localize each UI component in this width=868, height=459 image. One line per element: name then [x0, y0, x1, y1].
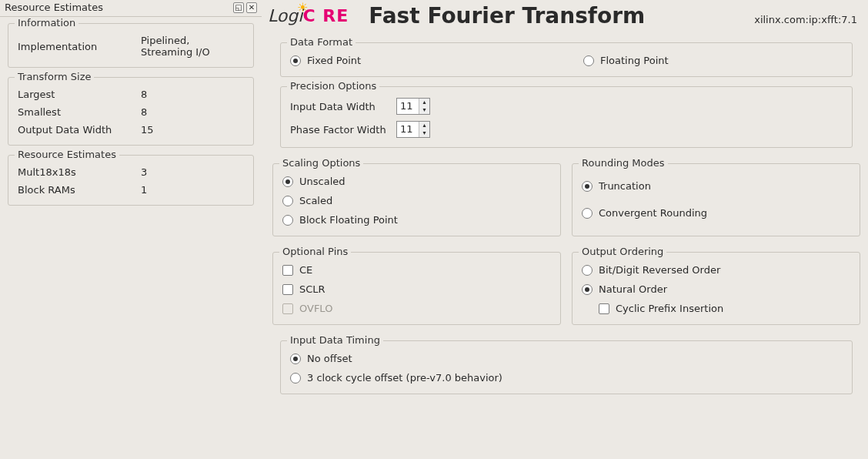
- radio-natural-order[interactable]: Natural Order: [580, 280, 852, 299]
- phase-factor-width-spinner[interactable]: 11 ▴▾: [396, 121, 430, 138]
- optional-pins-group: Optional Pins CE SCLR OVFLO: [272, 252, 561, 325]
- radio-icon: [582, 181, 593, 192]
- group-legend: Information: [15, 17, 78, 28]
- radio-icon: [282, 176, 293, 187]
- info-row-implementation: Implementation Pipelined, Streaming I/O: [16, 32, 245, 61]
- info-label: Implementation: [16, 32, 139, 61]
- page-title: Fast Fourier Transform: [369, 3, 754, 28]
- transform-size-group: Transform Size Largest 8 Smallest 8 Outp…: [8, 77, 254, 146]
- radio-icon: [583, 55, 594, 66]
- input-data-width-spinner[interactable]: 11 ▴▾: [396, 98, 430, 115]
- radio-no-offset[interactable]: No offset: [289, 349, 844, 368]
- radio-scaled[interactable]: Scaled: [281, 191, 553, 210]
- radio-icon: [290, 373, 301, 384]
- input-data-width-label: Input Data Width: [290, 101, 390, 112]
- resource-estimates-panel: Resource Estimates ◱ ✕ Information Imple…: [0, 0, 262, 459]
- radio-icon: [582, 284, 593, 295]
- radio-icon: [282, 196, 293, 206]
- panel-titlebar: Resource Estimates ◱ ✕: [0, 0, 262, 17]
- checkbox-icon: [282, 303, 293, 314]
- sun-icon: ☀: [297, 0, 308, 15]
- radio-reversed-order[interactable]: Bit/Digit Reversed Order: [580, 260, 852, 280]
- check-sclr[interactable]: SCLR: [281, 280, 553, 299]
- rounding-modes-group: Rounding Modes Truncation Convergent Rou…: [572, 163, 860, 236]
- ip-identifier: xilinx.com:ip:xfft:7.1: [754, 14, 857, 28]
- radio-unscaled[interactable]: Unscaled: [281, 172, 553, 191]
- radio-truncation[interactable]: Truncation: [580, 176, 852, 196]
- main-area: LogiC RE ☀ Fast Fourier Transform xilinx…: [262, 0, 868, 459]
- precision-options-group: Precision Options Input Data Width 11 ▴▾…: [280, 86, 853, 148]
- close-icon[interactable]: ✕: [246, 2, 257, 13]
- detach-icon[interactable]: ◱: [233, 2, 244, 13]
- radio-icon: [290, 353, 301, 364]
- row-output-data-width: Output Data Width 15: [16, 121, 245, 139]
- information-group: Information Implementation Pipelined, St…: [8, 23, 254, 68]
- phase-factor-width-label: Phase Factor Width: [290, 124, 390, 136]
- group-legend: Resource Estimates: [15, 149, 119, 160]
- radio-3-clock-offset[interactable]: 3 clock cycle offset (pre-v7.0 behavior): [289, 368, 844, 387]
- logicore-logo: LogiC RE ☀: [268, 6, 349, 26]
- spin-down-icon: ▾: [419, 129, 429, 137]
- radio-icon: [290, 55, 301, 66]
- radio-icon: [582, 208, 593, 219]
- check-ce[interactable]: CE: [281, 260, 553, 280]
- check-cyclic-prefix[interactable]: Cyclic Prefix Insertion: [597, 299, 852, 318]
- panel-title: Resource Estimates: [5, 2, 231, 13]
- spin-down-icon: ▾: [419, 106, 429, 114]
- group-legend: Transform Size: [15, 71, 94, 82]
- info-value: Pipelined, Streaming I/O: [139, 32, 245, 61]
- radio-icon: [282, 215, 293, 226]
- checkbox-icon: [599, 303, 609, 314]
- row-largest: Largest 8: [16, 85, 245, 103]
- radio-block-floating-point[interactable]: Block Floating Point: [281, 210, 553, 230]
- data-format-group: Data Format Fixed Point Floating Point: [280, 42, 853, 77]
- output-ordering-group: Output Ordering Bit/Digit Reversed Order…: [572, 252, 860, 325]
- resource-estimates-group: Resource Estimates Mult18x18s 3 Block RA…: [8, 155, 254, 206]
- row-bram: Block RAMs 1: [16, 181, 245, 199]
- radio-convergent-rounding[interactable]: Convergent Rounding: [580, 203, 852, 223]
- checkbox-icon: [282, 284, 293, 295]
- check-ovflo: OVFLO: [281, 299, 553, 318]
- row-mult: Mult18x18s 3: [16, 163, 245, 181]
- row-smallest: Smallest 8: [16, 103, 245, 121]
- radio-fixed-point[interactable]: Fixed Point: [289, 51, 551, 70]
- header: LogiC RE ☀ Fast Fourier Transform xilinx…: [265, 0, 860, 36]
- spin-up-icon: ▴: [419, 99, 429, 106]
- radio-floating-point[interactable]: Floating Point: [582, 51, 844, 70]
- spin-up-icon: ▴: [419, 122, 429, 129]
- scaling-options-group: Scaling Options Unscaled Scaled Block Fl…: [272, 163, 561, 236]
- radio-icon: [582, 265, 593, 276]
- checkbox-icon: [282, 265, 293, 276]
- input-data-timing-group: Input Data Timing No offset 3 clock cycl…: [280, 340, 853, 394]
